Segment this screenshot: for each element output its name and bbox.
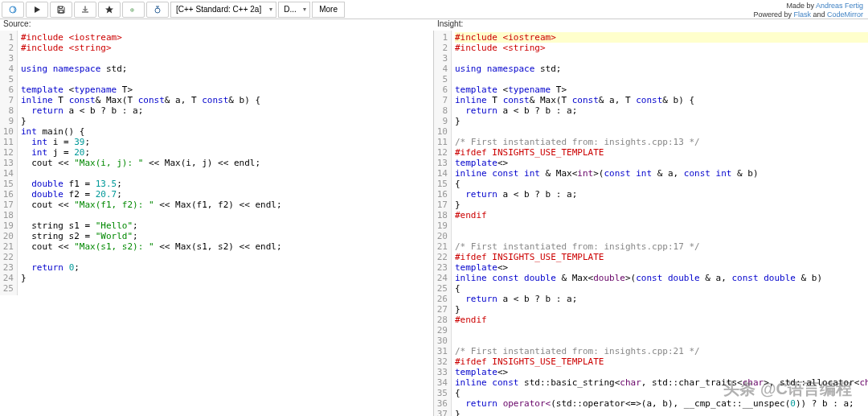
dwarf-select-label: D... bbox=[284, 5, 297, 14]
save-button[interactable] bbox=[50, 2, 72, 18]
credits: Made by Andreas Fertig Powered by Flask … bbox=[753, 2, 863, 19]
quickbench-button[interactable] bbox=[146, 2, 169, 18]
dwarf-select[interactable]: D... bbox=[278, 2, 310, 18]
insight-label: Insight: bbox=[434, 19, 868, 31]
svg-text:⊕: ⊕ bbox=[130, 6, 134, 14]
star-button[interactable] bbox=[98, 2, 121, 18]
logo-button[interactable] bbox=[2, 2, 24, 18]
and-text: and bbox=[811, 10, 827, 19]
flask-link[interactable]: Flask bbox=[793, 10, 811, 19]
powered-by-text: Powered by bbox=[753, 10, 793, 19]
pane-labels: Source: Insight: bbox=[0, 19, 868, 31]
insight-pane[interactable]: 1234567891011121314151617181920212223242… bbox=[434, 31, 868, 416]
download-button[interactable] bbox=[74, 2, 96, 18]
insight-gutter: 1234567891011121314151617181920212223242… bbox=[434, 31, 452, 416]
more-button[interactable]: More bbox=[312, 2, 345, 18]
source-pane[interactable]: 1234567891011121314151617181920212223242… bbox=[0, 31, 434, 416]
codemirror-link[interactable]: CodeMirror bbox=[827, 10, 863, 19]
compiler-explorer-button[interactable]: ⊕ bbox=[122, 2, 145, 18]
panes: 1234567891011121314151617181920212223242… bbox=[0, 31, 868, 416]
author-link[interactable]: Andreas Fertig bbox=[816, 2, 863, 10]
made-by-text: Made by bbox=[786, 2, 816, 10]
standard-select-label: [C++ Standard: C++ 2a] bbox=[176, 5, 261, 14]
insight-code: #include <iostream>#include <string> usi… bbox=[452, 31, 868, 416]
source-gutter: 1234567891011121314151617181920212223242… bbox=[0, 31, 18, 295]
run-button[interactable] bbox=[26, 2, 48, 18]
source-label: Source: bbox=[0, 19, 434, 31]
source-code[interactable]: #include <iostream>#include <string> usi… bbox=[18, 31, 285, 295]
more-label: More bbox=[319, 5, 338, 14]
standard-select[interactable]: [C++ Standard: C++ 2a] bbox=[170, 2, 276, 18]
toolbar: ⊕ [C++ Standard: C++ 2a] D... More Made … bbox=[0, 0, 868, 19]
